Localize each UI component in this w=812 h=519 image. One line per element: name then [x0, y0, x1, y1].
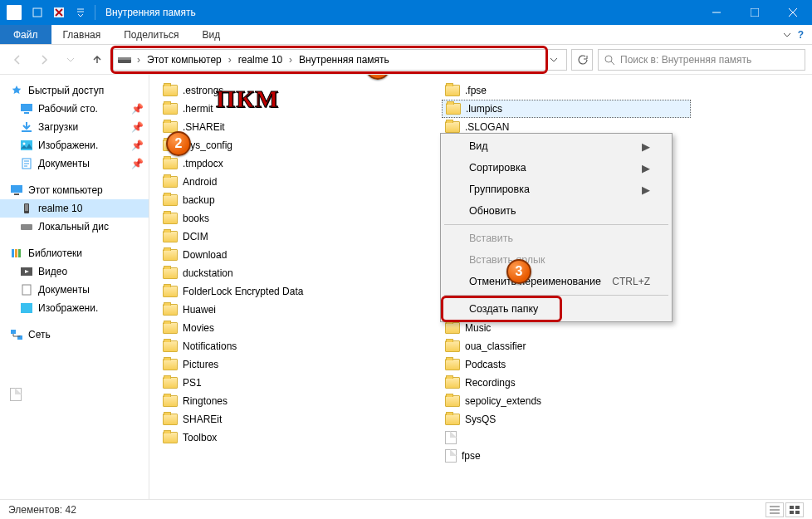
sidebar-item-documents[interactable]: Документы📌	[0, 154, 149, 173]
qat-properties-icon[interactable]	[28, 3, 46, 22]
list-item[interactable]: PS1	[159, 374, 408, 392]
list-item[interactable]: oua_classifier	[442, 337, 691, 355]
list-item[interactable]: .tmpdocx	[159, 154, 408, 173]
breadcrumb-storage[interactable]: Внутренняя память	[297, 52, 391, 67]
chevron-right-icon[interactable]: ›	[227, 54, 233, 66]
folder-icon	[163, 249, 178, 261]
address-bar[interactable]: › Этот компьютер › realme 10 › Внутрення…	[113, 49, 567, 71]
folder-icon	[163, 121, 178, 133]
address-dropdown-icon[interactable]	[545, 56, 563, 64]
sidebar-unknown-item[interactable]	[0, 385, 149, 404]
sidebar-item-pictures[interactable]: Изображени.📌	[0, 136, 149, 154]
list-item[interactable]: DCIM	[159, 228, 408, 246]
list-item[interactable]: .estrongs	[159, 81, 408, 100]
list-item[interactable]: Android	[159, 173, 408, 191]
list-item[interactable]: .fpse	[442, 81, 691, 100]
file-tab[interactable]: Файл	[0, 25, 51, 44]
folder-icon	[163, 213, 178, 224]
list-item[interactable]: fpse	[442, 447, 691, 465]
svg-rect-18	[15, 249, 17, 257]
list-item[interactable]: sepolicy_extends	[442, 392, 691, 410]
sidebar-this-pc[interactable]: Этот компьютер	[0, 181, 149, 199]
chevron-right-icon[interactable]: ›	[287, 54, 294, 66]
minimize-button[interactable]	[697, 0, 736, 25]
qat-dropdown-icon[interactable]	[71, 3, 90, 22]
svg-rect-21	[22, 285, 31, 295]
refresh-button[interactable]	[571, 49, 593, 71]
sidebar-item-videos[interactable]: Видео	[0, 262, 149, 281]
tab-share[interactable]: Поделиться	[112, 25, 190, 44]
list-item[interactable]: Ringtones	[159, 392, 408, 410]
list-item-label: Notifications	[183, 340, 237, 352]
list-item[interactable]: FolderLock Encrypted Data	[159, 282, 408, 301]
sidebar-libraries[interactable]: Библиотеки	[0, 244, 149, 262]
view-details-button[interactable]	[766, 502, 784, 517]
ribbon-expand-icon[interactable]	[783, 31, 791, 39]
chevron-right-icon[interactable]: ›	[135, 54, 142, 66]
sidebar-item-localdisk[interactable]: Локальный дис	[0, 218, 149, 236]
tab-home[interactable]: Главная	[51, 25, 113, 44]
pictures-icon	[20, 140, 33, 151]
recent-locations-icon[interactable]	[60, 49, 81, 71]
list-item-label: Recordings	[465, 377, 516, 389]
sidebar-item-desktop[interactable]: Рабочий сто.📌	[0, 100, 149, 118]
list-item[interactable]: Podcasts	[442, 355, 691, 374]
folder-icon	[163, 231, 178, 242]
folder-icon	[445, 414, 460, 425]
quick-access-toolbar	[28, 3, 90, 22]
forward-button[interactable]	[33, 49, 55, 71]
list-item[interactable]: .sys_config	[159, 136, 408, 154]
list-item[interactable]: Movies	[159, 319, 408, 337]
list-item[interactable]: books	[159, 209, 408, 228]
search-input[interactable]: Поиск в: Внутренняя память	[598, 49, 805, 71]
tab-view[interactable]: Вид	[190, 25, 232, 44]
folder-icon	[445, 359, 460, 370]
folder-icon	[163, 286, 178, 297]
qat-new-icon[interactable]	[50, 3, 68, 22]
ctx-view[interactable]: Вид▶	[443, 135, 670, 157]
up-button[interactable]	[86, 49, 108, 71]
ctx-group[interactable]: Группировка▶	[443, 179, 670, 200]
breadcrumb-device[interactable]: realme 10	[237, 52, 284, 67]
view-icons-button[interactable]	[785, 502, 804, 517]
sidebar-item-lib-documents[interactable]: Документы	[0, 281, 149, 299]
folder-icon	[163, 322, 178, 334]
sidebar-quick-access[interactable]: Быстрый доступ	[0, 81, 149, 100]
documents-icon	[20, 284, 33, 296]
list-item-label: Huawei	[183, 304, 216, 316]
svg-rect-22	[21, 303, 32, 313]
list-item[interactable]: Recordings	[442, 374, 691, 392]
maximize-button[interactable]	[736, 0, 774, 25]
ctx-new-folder[interactable]: Создать папку	[443, 298, 670, 320]
list-item[interactable]: Pictures	[159, 355, 408, 374]
breadcrumb-pc[interactable]: Этот компьютер	[145, 52, 223, 67]
list-item[interactable]: Notifications	[159, 337, 408, 355]
sidebar-network[interactable]: Сеть	[0, 326, 149, 344]
list-item[interactable]: .lumpics	[442, 100, 691, 118]
list-item[interactable]: .hermit	[159, 100, 408, 118]
file-list-pane[interactable]: .estrongs.hermit.SHAREit.sys_config.tmpd…	[149, 75, 812, 499]
ctx-refresh[interactable]: Обновить	[443, 200, 670, 222]
sidebar-item-lib-pictures[interactable]: Изображени.	[0, 299, 149, 317]
help-icon[interactable]: ?	[798, 29, 804, 41]
ctx-sort[interactable]: Сортировка▶	[443, 157, 670, 179]
list-item-label: Android	[183, 176, 217, 188]
list-item[interactable]: backup	[159, 191, 408, 209]
list-item[interactable]: SHAREit	[159, 410, 408, 428]
ctx-paste-shortcut: Вставить ярлык	[443, 249, 670, 271]
app-icon	[7, 5, 22, 20]
back-button[interactable]	[7, 49, 28, 71]
sidebar-item-downloads[interactable]: Загрузки📌	[0, 118, 149, 136]
ctx-undo[interactable]: Отменить переименованиеCTRL+Z	[443, 271, 670, 292]
svg-rect-9	[21, 140, 32, 150]
list-item[interactable]: duckstation	[159, 264, 408, 282]
list-item[interactable]: Toolbox	[159, 428, 408, 447]
list-item[interactable]: .SHAREit	[159, 118, 408, 136]
close-button[interactable]	[774, 0, 812, 25]
list-item[interactable]: SysQS	[442, 410, 691, 428]
list-item[interactable]	[442, 428, 691, 447]
list-item[interactable]: Download	[159, 246, 408, 264]
list-item[interactable]: Huawei	[159, 301, 408, 319]
sidebar-item-realme[interactable]: realme 10	[0, 199, 149, 218]
item-count: Элементов: 42	[8, 504, 76, 516]
